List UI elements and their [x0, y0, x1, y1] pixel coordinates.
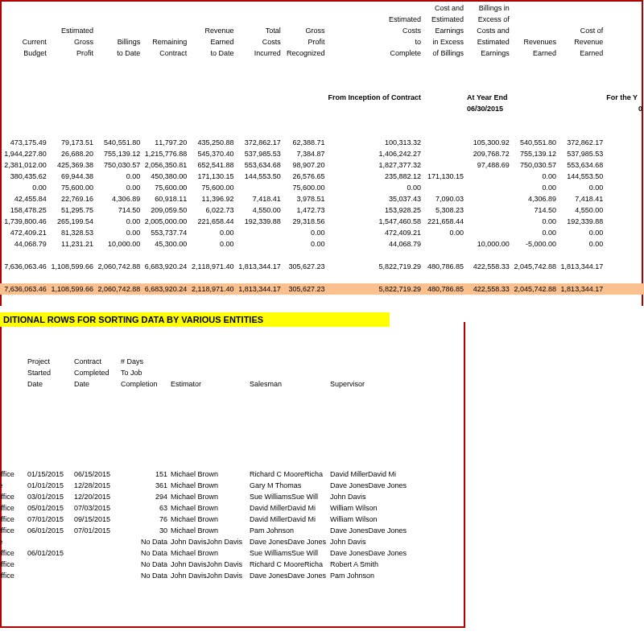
- cell[interactable]: [236, 238, 283, 250]
- cell[interactable]: 30: [119, 525, 169, 536]
- cell[interactable]: nia Office: [0, 491, 26, 502]
- cell[interactable]: 435,250.88: [188, 137, 235, 148]
- cell[interactable]: 97,488.69: [465, 159, 511, 171]
- cell[interactable]: [423, 182, 465, 193]
- cell[interactable]: David MillerDavid Mi: [248, 502, 328, 514]
- cell[interactable]: 0.00: [558, 182, 605, 193]
- cell[interactable]: nia Office: [0, 514, 26, 525]
- cell[interactable]: John Davis: [328, 491, 417, 502]
- cell[interactable]: 81,328.53: [48, 227, 95, 238]
- cell[interactable]: nia Office: [0, 469, 26, 480]
- cell[interactable]: 750,030.57: [95, 159, 142, 171]
- cell[interactable]: 0.00: [283, 227, 327, 238]
- cell[interactable]: 755,139.12: [511, 148, 558, 159]
- cell[interactable]: 0.00: [95, 227, 142, 238]
- cell[interactable]: Pam Johnson: [328, 570, 417, 581]
- cell[interactable]: No Data: [119, 536, 169, 547]
- cell[interactable]: 540,551.80: [95, 137, 142, 148]
- total-cell[interactable]: 1,813,344.17: [558, 283, 605, 295]
- cell[interactable]: [465, 204, 511, 216]
- cell[interactable]: 171,130.15: [423, 171, 465, 182]
- cell[interactable]: 472,409.21: [2, 227, 48, 238]
- cell[interactable]: 60,918.11: [142, 193, 188, 204]
- cell[interactable]: 0.00: [283, 238, 327, 250]
- cell[interactable]: [26, 559, 72, 570]
- cell[interactable]: 10,000.00: [465, 238, 511, 250]
- cell[interactable]: 11,797.20: [142, 137, 188, 148]
- cell[interactable]: 537,985.53: [558, 148, 605, 159]
- cell[interactable]: 1,472.73: [283, 204, 327, 216]
- cell[interactable]: 0.00: [188, 238, 235, 250]
- cell[interactable]: nia Office: [0, 525, 26, 536]
- total-cell[interactable]: 1,813,344.17: [236, 283, 283, 295]
- cell[interactable]: 2,056,350.81: [142, 159, 188, 171]
- cell[interactable]: 652,541.88: [188, 159, 235, 171]
- cell[interactable]: 0.00: [511, 182, 558, 193]
- cell[interactable]: William Wilson: [328, 514, 417, 525]
- cell[interactable]: [423, 148, 465, 159]
- cell[interactable]: 69,944.38: [48, 171, 95, 182]
- cell[interactable]: 26,688.20: [48, 148, 95, 159]
- cell[interactable]: [72, 559, 119, 570]
- cell[interactable]: 714.50: [95, 204, 142, 216]
- cell[interactable]: [465, 227, 511, 238]
- cell[interactable]: [465, 216, 511, 227]
- cell[interactable]: 153,928.25: [327, 204, 423, 216]
- cell[interactable]: 553,634.68: [236, 159, 283, 171]
- cell[interactable]: [605, 216, 644, 227]
- cell[interactable]: 472,409.21: [327, 227, 423, 238]
- total-cell[interactable]: 1,108,599.66: [48, 261, 95, 272]
- cell[interactable]: 4,306.89: [511, 193, 558, 204]
- total-cell[interactable]: 305,627.23: [283, 283, 327, 295]
- cell[interactable]: Michael Brown: [169, 491, 248, 502]
- cell[interactable]: 44,068.79: [2, 238, 48, 250]
- cell[interactable]: 7,418.41: [558, 193, 605, 204]
- cell[interactable]: 76: [119, 514, 169, 525]
- cell[interactable]: Michael Brown: [169, 547, 248, 559]
- cell[interactable]: 750,030.57: [511, 159, 558, 171]
- cell[interactable]: 0.00: [95, 182, 142, 193]
- cell[interactable]: 75,600.00: [283, 182, 327, 193]
- cell[interactable]: 1,944,227.80: [2, 148, 48, 159]
- cell[interactable]: 0.00: [95, 216, 142, 227]
- cell[interactable]: [605, 204, 644, 216]
- cell[interactable]: Richard C MooreRicha: [248, 469, 328, 480]
- cell[interactable]: 380,435.62: [2, 171, 48, 182]
- cell[interactable]: 540,551.80: [511, 137, 558, 148]
- cell[interactable]: 6,022.73: [188, 204, 235, 216]
- cell[interactable]: 44,068.79: [327, 238, 423, 250]
- cell[interactable]: 06/01/2015: [26, 547, 72, 559]
- cell[interactable]: Dave JonesDave Jones: [248, 536, 328, 547]
- cell[interactable]: 07/03/2015: [72, 502, 119, 514]
- cell[interactable]: [465, 193, 511, 204]
- total-cell[interactable]: 6,683,920.24: [142, 261, 188, 272]
- cell[interactable]: 98,907.20: [283, 159, 327, 171]
- cell[interactable]: 63: [119, 502, 169, 514]
- cell[interactable]: 06/01/2015: [26, 525, 72, 536]
- cell[interactable]: 192,339.88: [558, 216, 605, 227]
- total-cell[interactable]: [605, 261, 644, 272]
- total-cell[interactable]: 6,683,920.24: [142, 283, 188, 295]
- cell[interactable]: 537,985.53: [236, 148, 283, 159]
- cell[interactable]: 3,978.51: [283, 193, 327, 204]
- cell[interactable]: [605, 227, 644, 238]
- cell[interactable]: 0.00: [511, 171, 558, 182]
- cell[interactable]: 209,059.50: [142, 204, 188, 216]
- total-cell[interactable]: 7,636,063.46: [2, 261, 48, 272]
- cell[interactable]: 07/01/2015: [72, 525, 119, 536]
- cell[interactable]: No Data: [119, 547, 169, 559]
- cell[interactable]: [605, 148, 644, 159]
- cell[interactable]: Office: [0, 536, 26, 547]
- cell[interactable]: [605, 137, 644, 148]
- cell[interactable]: 2,005,000.00: [142, 216, 188, 227]
- cell[interactable]: Sue WilliamsSue Will: [248, 491, 328, 502]
- cell[interactable]: John DavisJohn Davis: [169, 559, 248, 570]
- cell[interactable]: nia Office: [0, 502, 26, 514]
- cell[interactable]: 221,658.44: [423, 216, 465, 227]
- cell[interactable]: 7,418.41: [236, 193, 283, 204]
- cell[interactable]: 07/01/2015: [26, 514, 72, 525]
- cell[interactable]: David MillerDavid Mi: [328, 469, 417, 480]
- cell[interactable]: [72, 570, 119, 581]
- cell[interactable]: 11,396.92: [188, 193, 235, 204]
- cell[interactable]: [605, 182, 644, 193]
